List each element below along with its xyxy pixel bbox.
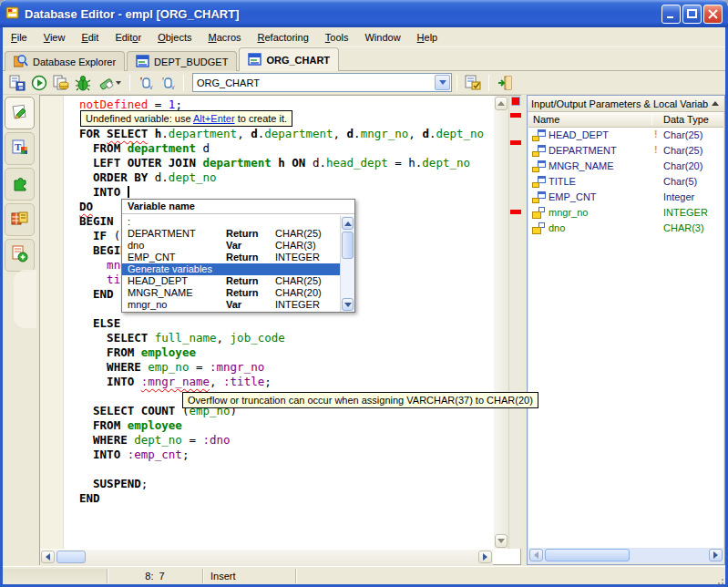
parameter-icon [532, 176, 546, 188]
tab-label: Database Explorer [33, 57, 116, 67]
error-mark[interactable] [510, 113, 521, 118]
param-row-dno[interactable]: dnoCHAR(3) [528, 221, 723, 236]
database-explorer-icon [14, 54, 28, 69]
menu-file[interactable]: File [3, 29, 36, 46]
popup-item-mngr-no[interactable]: mngr_noVarINTEGER [122, 299, 340, 311]
tab-dept-budget[interactable]: DEPT_BUDGET [127, 51, 237, 71]
clear-dropdown-caret[interactable] [116, 81, 121, 85]
error-mark[interactable] [510, 210, 521, 214]
grid-header[interactable]: Name Data Type [528, 112, 723, 128]
editor-horizontal-scrollbar[interactable] [40, 550, 493, 565]
scroll-thumb[interactable] [56, 551, 86, 563]
param-row-mngr_no[interactable]: mngr_noINTEGER [528, 205, 723, 221]
collapse-panel-button[interactable] [710, 98, 721, 109]
scroll-right-button[interactable] [709, 549, 723, 561]
popup-title: Variable name [122, 200, 354, 214]
menu-refactoring[interactable]: Refactoring [250, 29, 317, 46]
svg-text:v: v [171, 84, 175, 90]
menu-window[interactable]: Window [356, 29, 408, 46]
object-selector-value: ORG_CHART [193, 77, 435, 88]
menu-objects[interactable]: Objects [149, 29, 200, 46]
column-header-data-type[interactable]: Data Type [663, 114, 709, 125]
popup-item-head-dept[interactable]: HEAD_DEPTReturnCHAR(25) [122, 275, 340, 287]
parameters-check-button[interactable] [462, 73, 484, 93]
insert-mode: Insert [203, 569, 296, 583]
scroll-down-button[interactable] [342, 298, 354, 311]
clear-eraser-button[interactable] [94, 73, 125, 93]
window-title: Database Editor - empl [ORG_CHART] [25, 7, 661, 21]
execute-button[interactable] [28, 73, 50, 93]
app-window: Database Editor - empl [ORG_CHART] FileV… [0, 0, 728, 587]
parameter-icon [532, 191, 546, 203]
side-tab-dependencies[interactable] [5, 168, 35, 201]
popup-item-generate-variables[interactable]: Generate variables [122, 263, 340, 275]
object-selector[interactable]: ORG_CHART [192, 73, 452, 92]
compile-save-button[interactable] [6, 73, 28, 93]
popup-item-department[interactable]: DEPARTMENTReturnCHAR(25) [122, 228, 340, 240]
code-editor[interactable]: notDefined = 1; FOR SELECT h.department,… [39, 95, 521, 565]
scroll-down-button[interactable] [495, 534, 508, 548]
quote-strings-button[interactable]: v [135, 73, 157, 93]
toolbar-separator [129, 75, 130, 91]
debug-button[interactable] [72, 73, 94, 93]
scroll-thumb[interactable] [342, 232, 354, 259]
params-rows: HEAD_DEPT!Char(25)DEPARTMENT!Char(25)MNG… [528, 128, 723, 236]
column-divider[interactable] [651, 114, 652, 125]
hint-text: to create it. [235, 113, 287, 124]
menu-editor[interactable]: Editor [107, 29, 149, 46]
param-row-head_dept[interactable]: HEAD_DEPT!Char(25) [528, 128, 723, 143]
param-data-type: Char(25) [663, 145, 702, 156]
side-tab-data[interactable] [5, 203, 35, 236]
document-tabs: Database Explorer DEPT_BUDGET ORG_CHART [3, 47, 725, 71]
status-cell-empty [296, 569, 725, 583]
scroll-right-button[interactable] [478, 551, 492, 563]
param-row-mngr_name[interactable]: MNGR_NAMEChar(20) [528, 159, 723, 174]
exit-editor-button[interactable] [494, 73, 516, 93]
side-tab-ddl[interactable] [5, 239, 35, 272]
undefined-variable-hint: Undefined variable: use Alt+Enter to cre… [80, 110, 292, 127]
copy-object-button[interactable] [50, 73, 72, 93]
param-row-title[interactable]: TITLEChar(5) [528, 174, 723, 190]
alt-enter-link[interactable]: Alt+Enter [193, 113, 235, 124]
popup-item-mngr-name[interactable]: MNGR_NAMEReturnCHAR(20) [122, 287, 340, 299]
scroll-up-button[interactable] [495, 97, 508, 110]
chevron-down-icon[interactable] [435, 75, 450, 90]
popup-item-dno[interactable]: dnoVarCHAR(3) [122, 240, 340, 252]
side-tab-description[interactable]: T [5, 132, 35, 165]
scroll-left-button[interactable] [529, 549, 543, 561]
menu-macros[interactable]: Macros [200, 29, 249, 46]
param-name: TITLE [549, 176, 576, 187]
title-bar[interactable]: Database Editor - empl [ORG_CHART] [0, 0, 728, 27]
variable-icon [532, 222, 546, 234]
popup-scrollbar[interactable] [340, 216, 354, 312]
popup-item--[interactable]: : [122, 216, 340, 228]
column-header-name[interactable]: Name [533, 114, 559, 125]
scroll-left-button[interactable] [41, 551, 55, 563]
panel-horizontal-scrollbar[interactable] [528, 548, 723, 563]
param-row-emp_cnt[interactable]: EMP_CNTInteger [528, 190, 723, 205]
parameters-grid: Name Data Type HEAD_DEPT!Char(25)DEPARTM… [528, 112, 723, 549]
param-row-department[interactable]: DEPARTMENT!Char(25) [528, 143, 723, 159]
editor-vertical-scrollbar[interactable] [494, 96, 508, 549]
param-data-type: Char(5) [663, 176, 697, 187]
maximize-button[interactable] [682, 5, 702, 24]
tab-org-chart[interactable]: ORG_CHART [239, 47, 339, 71]
unquote-strings-button[interactable]: v [157, 73, 179, 93]
scroll-thumb[interactable] [545, 549, 630, 561]
scroll-up-button[interactable] [342, 217, 354, 230]
code-lines[interactable]: notDefined = 1; FOR SELECT h.department,… [65, 96, 494, 549]
minimize-button[interactable] [661, 5, 681, 24]
menu-help[interactable]: Help [409, 29, 446, 46]
error-mark[interactable] [510, 140, 521, 145]
page-add-icon [11, 245, 29, 265]
side-tab-edit[interactable] [5, 97, 35, 129]
tab-database-explorer[interactable]: Database Explorer [5, 51, 125, 71]
menu-view[interactable]: View [36, 29, 74, 46]
menu-edit[interactable]: Edit [73, 29, 107, 46]
error-stripe [508, 96, 521, 549]
menu-tools[interactable]: Tools [317, 29, 357, 46]
close-button[interactable] [703, 5, 723, 24]
param-name: MNGR_NAME [549, 160, 614, 171]
parameters-panel-header[interactable]: Input/Output Parameters & Local Variab [528, 96, 724, 112]
popup-item-emp-cnt[interactable]: EMP_CNTReturnINTEGER [122, 252, 340, 263]
